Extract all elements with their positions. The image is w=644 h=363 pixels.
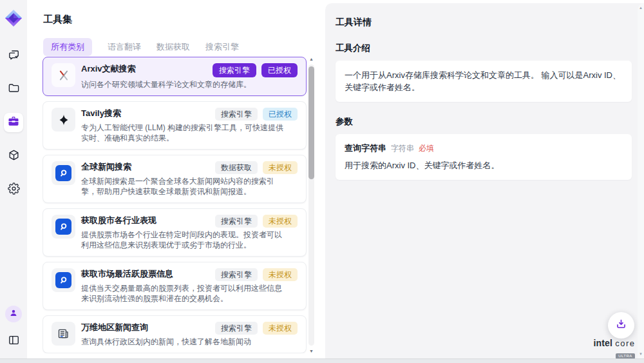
tab-all-categories[interactable]: 所有类别	[43, 38, 92, 56]
user-icon	[8, 308, 19, 320]
scrollbar-thumb[interactable]	[308, 66, 314, 179]
tools-panel-title: 工具集	[27, 0, 325, 26]
category-badge: 数据获取	[215, 161, 258, 174]
sparkle-icon	[52, 108, 75, 132]
blue-search-icon	[52, 268, 75, 292]
tool-title: Arxiv文献搜索	[81, 63, 136, 74]
status-badge: 未授权	[263, 161, 298, 174]
param-required-flag: 必填	[419, 143, 434, 154]
package-icon	[8, 149, 20, 164]
status-badge: 已授权	[263, 108, 298, 121]
intro-heading: 工具介绍	[336, 43, 644, 54]
status-badge: 未授权	[263, 268, 298, 281]
scroll-down-arrow-icon[interactable]: ▼	[308, 349, 315, 353]
tool-title: 全球新闻搜索	[81, 161, 131, 172]
download-icon	[615, 318, 627, 333]
tool-card-most-active-stocks[interactable]: 获取市场最活跃股票信息 搜索引擎 未授权 提供当天交易量最高的股票列表，投资者可…	[43, 262, 307, 310]
scroll-up-arrow-icon[interactable]: ▲	[308, 57, 315, 61]
tool-list-scrollbar[interactable]: ▲ ▼	[308, 57, 315, 353]
tool-title: 获取市场最活跃股票信息	[81, 268, 173, 279]
sidebar-item-chat[interactable]	[4, 46, 23, 65]
chat-icon	[8, 48, 20, 63]
tools-panel: 工具集 所有类别 语言翻译 数据获取 搜索引擎 Arxiv文献搜索	[27, 0, 325, 358]
user-avatar[interactable]	[5, 306, 22, 322]
brand-maker: intel	[593, 338, 612, 348]
newspaper-icon	[52, 322, 75, 346]
param-card: 查询字符串 字符串 必填 用于搜索的Arxiv ID、关键字或作者姓名。	[336, 134, 632, 180]
folder-icon	[8, 82, 20, 97]
sidebar-item-tools[interactable]	[4, 113, 23, 132]
category-badge: 搜索引擎	[213, 63, 256, 77]
status-badge: 未授权	[263, 322, 298, 335]
brand-product: core	[615, 338, 635, 348]
download-button[interactable]	[608, 312, 634, 338]
app-window: 工具集 所有类别 语言翻译 数据获取 搜索引擎 Arxiv文献搜索	[0, 0, 644, 363]
tab-language-translation[interactable]: 语言翻译	[108, 38, 141, 56]
tool-title: Tavily搜索	[81, 108, 121, 119]
status-badge: 未授权	[263, 215, 298, 228]
intel-core-logo: intel core ULTRA	[590, 338, 639, 360]
sidebar-item-settings[interactable]	[4, 180, 23, 199]
category-badge: 搜索引擎	[215, 322, 258, 335]
sidebar-item-files[interactable]	[4, 79, 23, 99]
panel-layout-icon	[8, 334, 20, 349]
app-logo[interactable]	[4, 8, 23, 28]
sidebar-item-packages[interactable]	[4, 146, 23, 166]
tool-description: 提供当天交易量最高的股票列表，投资者可以利用这些信息来识别流动性强的股票和潜在的…	[81, 283, 289, 304]
tool-title: 万维地区新闻查询	[81, 322, 148, 333]
category-badge: 搜索引擎	[215, 268, 258, 281]
detail-panel-title: 工具详情	[325, 3, 644, 28]
tool-card-sector-performance[interactable]: 获取股市各行业表现 搜索引擎 未授权 提供股票市场各个行业在特定时间段内的表现。…	[43, 208, 307, 257]
tool-list: Arxiv文献搜索 搜索引擎 已授权 访问各个研究领域大量科学论文和文章的存储库…	[43, 57, 307, 353]
params-heading: 参数	[336, 116, 644, 128]
detail-panel-scrollbar[interactable]: ▲ ▼	[638, 3, 644, 358]
toggle-panel-button[interactable]	[4, 331, 23, 351]
tab-search-engine[interactable]: 搜索引擎	[205, 38, 239, 56]
param-description: 用于搜索的Arxiv ID、关键字或作者姓名。	[345, 160, 623, 172]
scrollbar-track[interactable]	[308, 64, 314, 346]
tool-description: 提供股票市场各个行业在特定时间段内的表现。投资者可以利用这些信息来识别表现优于或…	[81, 230, 289, 250]
settings-icon	[8, 182, 20, 197]
tool-card-global-news[interactable]: 全球新闻搜索 数据获取 未授权 全球新闻搜索是一个聚合全球各大新闻网站内容的搜索…	[43, 155, 307, 203]
arxiv-x-icon	[52, 63, 75, 87]
toolbox-icon	[7, 115, 20, 130]
sidebar-bottom	[4, 306, 23, 351]
category-badge: 搜索引擎	[215, 108, 258, 121]
tool-description: 全球新闻搜索是一个聚合全球各大新闻网站内容的搜索引擎，帮助用户快速获取全球最新资…	[81, 176, 289, 197]
tool-detail-panel: 工具详情 工具介绍 一个用于从Arxiv存储库搜索科学论文和文章的工具。 输入可…	[325, 3, 644, 358]
scroll-up-arrow-icon[interactable]: ▲	[638, 6, 644, 10]
blue-search-icon	[52, 215, 75, 239]
tool-title: 获取股市各行业表现	[81, 215, 156, 226]
tool-description: 查询具体行政区划内的新闻，快速了解各地新闻动	[81, 337, 289, 347]
status-badge: 已授权	[261, 63, 298, 77]
blue-search-icon	[52, 161, 75, 185]
sidebar	[0, 0, 27, 358]
category-tabs: 所有类别 语言翻译 数据获取 搜索引擎	[27, 26, 325, 56]
intro-text: 一个用于从Arxiv存储库搜索科学论文和文章的工具。 输入可以是Arxiv ID…	[345, 69, 623, 93]
intro-card: 一个用于从Arxiv存储库搜索科学论文和文章的工具。 输入可以是Arxiv ID…	[336, 61, 632, 102]
tool-description: 访问各个研究领域大量科学论文和文章的存储库。	[81, 79, 289, 90]
tool-card-tavily[interactable]: Tavily搜索 搜索引擎 已授权 专为人工智能代理 (LLM) 构建的搜索引擎…	[43, 101, 307, 150]
tool-card-arxiv[interactable]: Arxiv文献搜索 搜索引擎 已授权 访问各个研究领域大量科学论文和文章的存储库…	[43, 57, 307, 96]
window-bottom-edge	[0, 358, 644, 363]
tool-description: 专为人工智能代理 (LLM) 构建的搜索引擎工具，可快速提供实时、准确和真实的结…	[81, 123, 289, 143]
tab-data-acquisition[interactable]: 数据获取	[156, 38, 190, 56]
param-type: 字符串	[391, 143, 414, 154]
category-badge: 搜索引擎	[215, 215, 258, 228]
tool-card-regional-news[interactable]: 万维地区新闻查询 搜索引擎 未授权 查询具体行政区划内的新闻，快速了解各地新闻动	[43, 315, 307, 353]
sidebar-nav	[4, 46, 23, 199]
param-name: 查询字符串	[345, 142, 386, 154]
